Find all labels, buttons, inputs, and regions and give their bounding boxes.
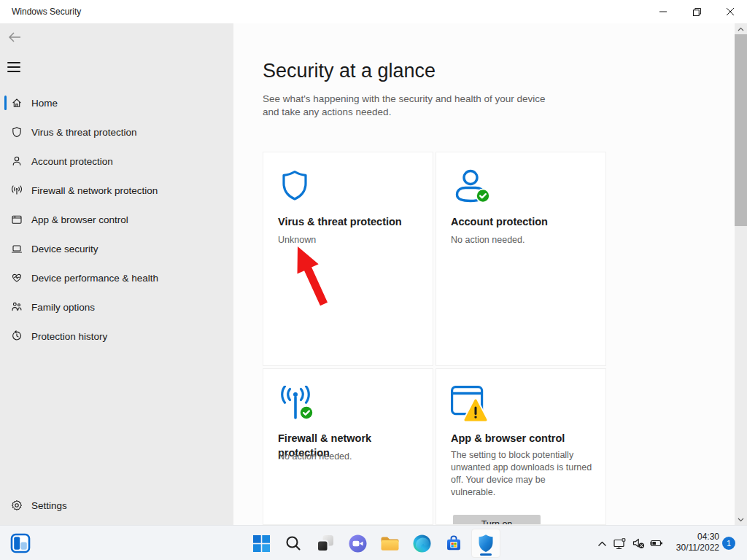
app-warning-icon [451,386,490,424]
selected-indicator [4,96,7,110]
active-app-indicator [480,553,492,556]
card-title: App & browser control [451,431,592,446]
minimize-icon [659,8,667,15]
chat-button[interactable] [343,529,372,558]
turn-on-button[interactable]: Turn on [453,515,541,525]
sidebar-item-settings[interactable]: Settings [0,491,233,520]
page-subtitle: See what's happening with the security a… [263,93,554,119]
annotation-arrow [281,241,332,310]
shield-icon [278,169,311,203]
card-title: Virus & threat protection [278,214,419,229]
scrollbar-thumb[interactable] [735,34,747,226]
menu-button[interactable] [7,61,22,73]
main-content: Security at a glance See what's happenin… [233,23,735,525]
scrollbar-up-button[interactable] [735,23,747,34]
laptop-icon [11,243,23,254]
family-icon [11,301,23,313]
sidebar-item-label: Virus & threat protection [31,127,137,138]
app-window-icon [11,214,23,225]
sidebar-item-family-options[interactable]: Family options [0,292,233,322]
volume-mute-icon [632,537,645,549]
back-button[interactable] [7,31,26,47]
app-body: Home Virus & threat protection Account p… [0,23,747,525]
file-explorer-icon [380,535,400,552]
chevron-down-icon [738,518,744,522]
sidebar-item-device-security[interactable]: Device security [0,234,233,263]
firewall-check-icon [278,386,317,422]
health-icon [11,272,23,284]
sidebar: Home Virus & threat protection Account p… [0,23,233,525]
sidebar-item-label: Settings [31,500,67,511]
sidebar-item-label: Family options [31,302,95,313]
volume-tray-button[interactable] [630,535,647,551]
sidebar-item-virus-threat-protection[interactable]: Virus & threat protection [0,117,233,147]
card-firewall-network-protection[interactable]: Firewall & network protection No action … [263,368,433,525]
hamburger-icon [7,62,20,63]
sidebar-item-device-performance-health[interactable]: Device performance & health [0,263,233,292]
home-icon [11,97,23,109]
window-title: Windows Security [12,0,81,23]
windows-start-icon [253,535,270,552]
store-button[interactable] [439,529,468,558]
network-tray-button[interactable] [611,535,629,551]
sidebar-nav: Home Virus & threat protection Account p… [0,88,233,351]
edge-icon [413,534,431,553]
taskbar: 04:30 30/11/2022 1 [0,525,747,560]
windows-security-taskbar-button[interactable] [471,529,500,558]
tray-date: 30/11/2022 [676,542,719,553]
card-account-protection[interactable]: Account protection No action needed. [436,152,606,366]
sidebar-item-label: App & browser control [31,214,128,225]
tray-time: 04:30 [676,532,719,542]
windows-security-window: Windows Security [0,0,747,560]
sidebar-item-app-browser-control[interactable]: App & browser control [0,205,233,234]
battery-charging-icon [649,537,663,549]
sidebar-item-label: Device performance & health [31,273,158,284]
restore-icon [693,8,701,16]
search-button[interactable] [279,529,308,558]
edge-button[interactable] [407,529,436,558]
scrollbar[interactable] [735,23,747,525]
shield-icon [11,126,23,138]
chevron-up-icon [738,27,744,31]
card-status: No action needed. [451,234,592,246]
file-explorer-button[interactable] [375,529,404,558]
history-icon [11,330,23,342]
sidebar-item-account-protection[interactable]: Account protection [0,147,233,176]
sidebar-item-label: Protection history [31,331,107,342]
back-arrow-icon [7,31,22,44]
card-title: Account protection [451,214,592,229]
sidebar-item-firewall-network-protection[interactable]: Firewall & network protection [0,176,233,205]
card-app-browser-control[interactable]: App & browser control The setting to blo… [436,368,606,525]
sidebar-item-label: Device security [31,244,98,254]
network-icon [614,537,627,550]
sidebar-item-label: Account protection [31,156,113,167]
windows-security-shield-icon [477,534,495,553]
scrollbar-down-button[interactable] [735,514,747,525]
search-icon [285,534,302,552]
chat-icon [349,534,367,553]
task-view-button[interactable] [311,529,340,558]
page-title: Security at a glance [263,60,436,82]
close-icon [727,8,734,15]
titlebar: Windows Security [0,0,747,23]
battery-tray-button[interactable] [646,535,665,551]
chevron-up-icon [597,540,607,547]
widgets-button[interactable] [6,529,35,558]
antenna-icon [11,184,23,196]
account-check-icon [451,169,490,204]
task-view-icon [317,534,334,552]
microsoft-store-icon [445,534,462,552]
sidebar-item-home[interactable]: Home [0,88,233,117]
sidebar-item-protection-history[interactable]: Protection history [0,322,233,351]
tray-chevron-button[interactable] [594,535,610,551]
start-button[interactable] [247,529,276,558]
sidebar-item-label: Firewall & network protection [31,185,158,196]
restore-button[interactable] [680,0,713,23]
card-status: No action needed. [278,451,419,463]
gear-icon [11,499,23,511]
close-button[interactable] [713,0,747,23]
tray-clock[interactable]: 04:30 30/11/2022 [676,532,719,553]
notification-badge[interactable]: 1 [722,537,735,550]
card-status: The setting to block potentially unwante… [451,449,592,499]
minimize-button[interactable] [646,0,680,23]
